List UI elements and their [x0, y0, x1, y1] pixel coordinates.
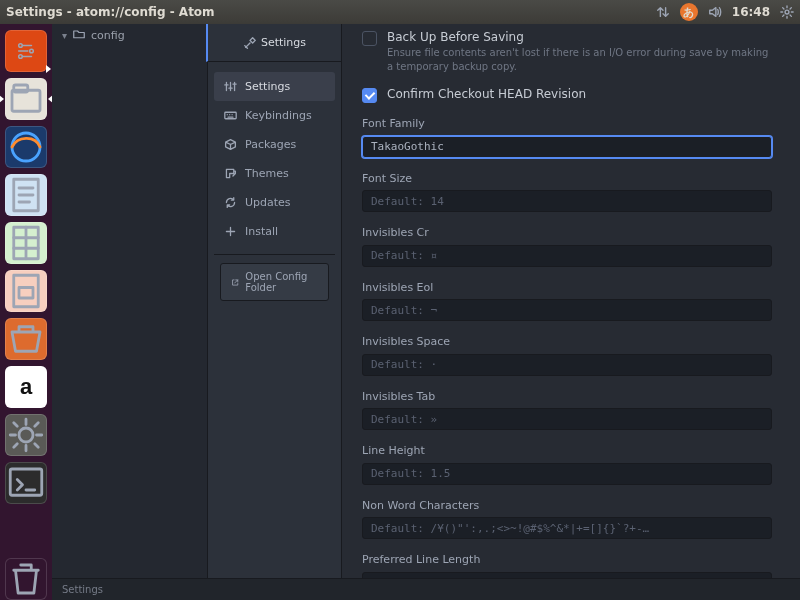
svg-rect-9 [14, 275, 39, 307]
open-external-icon [231, 277, 239, 288]
field-label-invisibles-eol: Invisibles Eol [362, 281, 772, 294]
line-height-input[interactable] [362, 463, 772, 485]
plus-icon [224, 225, 237, 238]
folder-icon [73, 28, 85, 43]
tab-label: Settings [261, 36, 306, 49]
launcher-calc[interactable] [5, 222, 47, 264]
sidebar-item-keybindings[interactable]: Keybindings [214, 101, 335, 130]
field-label-invisibles-tab: Invisibles Tab [362, 390, 772, 403]
sidebar-item-install[interactable]: Install [214, 217, 335, 246]
sidebar-item-themes[interactable]: Themes [214, 159, 335, 188]
divider [214, 254, 335, 255]
open-config-folder-label: Open Config Folder [245, 271, 318, 293]
svg-point-11 [19, 428, 33, 442]
field-label-font-family: Font Family [362, 117, 772, 130]
launcher-software-center[interactable] [5, 318, 47, 360]
non-word-characters-input[interactable] [362, 517, 772, 539]
svg-point-2 [19, 55, 23, 59]
field-label-non-word-characters: Non Word Characters [362, 499, 772, 512]
launcher-terminal[interactable] [5, 462, 47, 504]
sidebar-item-label: Keybindings [245, 109, 312, 122]
tab-settings[interactable]: Settings [206, 24, 341, 62]
open-config-folder-button[interactable]: Open Config Folder [220, 263, 329, 301]
sidebar-item-packages[interactable]: Packages [214, 130, 335, 159]
field-label-line-height: Line Height [362, 444, 772, 457]
svg-rect-17 [225, 112, 236, 119]
system-tray: あ 16:48 [656, 3, 794, 21]
invisibles-eol-input[interactable] [362, 299, 772, 321]
field-label-preferred-line-length: Preferred Line Length [362, 553, 772, 566]
checkbox-description: Ensure file contents aren't lost if ther… [387, 46, 772, 73]
settings-view: Settings Settings Keybindings Packages [208, 24, 800, 578]
launcher-amazon[interactable]: a [5, 366, 47, 408]
svg-rect-4 [12, 90, 40, 111]
launcher-dash[interactable] [5, 30, 47, 72]
clock[interactable]: 16:48 [732, 5, 770, 19]
keyboard-icon [224, 109, 237, 122]
sidebar-item-label: Updates [245, 196, 291, 209]
svg-rect-7 [14, 179, 39, 211]
checkbox-confirm-checkout-head[interactable] [362, 88, 377, 103]
status-left: Settings [62, 584, 103, 595]
launcher-files[interactable] [5, 78, 47, 120]
invisibles-tab-input[interactable] [362, 408, 772, 430]
tools-icon [243, 36, 257, 50]
invisibles-space-input[interactable] [362, 354, 772, 376]
paint-icon [224, 167, 237, 180]
atom-window: ▾ config Settings Settings [52, 24, 800, 600]
font-family-input[interactable] [362, 136, 772, 158]
sliders-icon [224, 80, 237, 93]
sidebar-item-label: Settings [245, 80, 290, 93]
invisibles-cr-input[interactable] [362, 245, 772, 267]
sidebar-item-settings[interactable]: Settings [214, 72, 335, 101]
svg-point-6 [12, 133, 40, 161]
launcher-writer[interactable] [5, 174, 47, 216]
settings-sidebar: Settings Settings Keybindings Packages [208, 24, 342, 578]
network-icon[interactable] [656, 5, 670, 19]
sidebar-item-updates[interactable]: Updates [214, 188, 335, 217]
checkbox-backup-before-saving[interactable] [362, 31, 377, 46]
checkbox-label: Confirm Checkout HEAD Revision [387, 87, 586, 101]
svg-point-3 [30, 49, 34, 53]
status-bar: Settings [52, 578, 800, 600]
ime-indicator[interactable]: あ [680, 3, 698, 21]
font-size-input[interactable] [362, 190, 772, 212]
svg-rect-8 [14, 227, 39, 259]
window-title: Settings - atom://config - Atom [6, 5, 656, 19]
settings-main[interactable]: Back Up Before Saving Ensure file conten… [342, 24, 800, 578]
launcher-firefox[interactable] [5, 126, 47, 168]
svg-point-0 [785, 10, 789, 14]
field-label-invisibles-space: Invisibles Space [362, 335, 772, 348]
field-label-invisibles-cr: Invisibles Cr [362, 226, 772, 239]
field-label-font-size: Font Size [362, 172, 772, 185]
launcher-impress[interactable] [5, 270, 47, 312]
refresh-icon [224, 196, 237, 209]
tree-view-panel[interactable]: ▾ config [52, 24, 208, 578]
unity-launcher: a [0, 24, 52, 600]
sidebar-item-label: Packages [245, 138, 296, 151]
sidebar-item-label: Themes [245, 167, 289, 180]
svg-rect-10 [19, 288, 33, 299]
svg-point-1 [19, 44, 23, 48]
package-icon [224, 138, 237, 151]
svg-rect-5 [14, 85, 28, 92]
launcher-trash[interactable] [5, 558, 47, 600]
launcher-system-settings[interactable] [5, 414, 47, 456]
chevron-down-icon: ▾ [62, 30, 67, 41]
volume-icon[interactable] [708, 5, 722, 19]
session-gear-icon[interactable] [780, 5, 794, 19]
checkbox-label: Back Up Before Saving [387, 30, 772, 44]
system-menu-bar: Settings - atom://config - Atom あ 16:48 [0, 0, 800, 24]
svg-rect-16 [10, 469, 42, 495]
tree-root-item[interactable]: ▾ config [52, 24, 207, 47]
sidebar-item-label: Install [245, 225, 278, 238]
tree-root-label: config [91, 29, 125, 42]
